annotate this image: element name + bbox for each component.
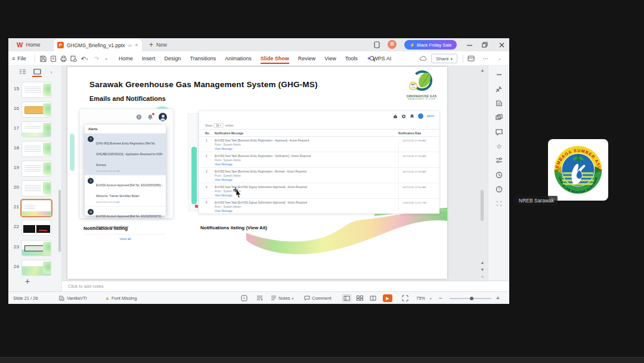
comment-toggle[interactable]: Comment <box>304 292 332 304</box>
table-row[interactable]: 1 EnVISS New Task [Business Entity Regis… <box>199 137 439 152</box>
normal-view-button[interactable] <box>342 294 351 302</box>
slide-thumbnail[interactable]: 24 <box>8 259 62 277</box>
reading-view-button[interactable] <box>370 292 376 304</box>
username: admin <box>427 115 434 118</box>
slide-thumbnail-selected[interactable]: 21 <box>8 199 62 217</box>
settings-sliders-icon[interactable] <box>495 156 503 165</box>
menu-review[interactable]: Review <box>298 56 316 61</box>
collapse-sidebar-icon[interactable] <box>495 70 503 79</box>
shapes-icon[interactable] <box>495 113 503 122</box>
view-message-link[interactable]: View Message <box>215 210 233 213</box>
menu-view[interactable]: View <box>324 56 336 61</box>
slide-thumbnail[interactable]: 19 <box>8 160 62 178</box>
redo-icon[interactable]: ↷ <box>92 51 101 66</box>
menu-insert[interactable]: Insert <box>142 56 156 61</box>
cloud-sync-icon[interactable] <box>419 51 428 66</box>
add-slide-button[interactable]: + <box>21 276 33 287</box>
new-tab-button[interactable]: + New <box>149 38 167 51</box>
theme-indicator[interactable]: R VanillaVTI <box>58 292 87 304</box>
slide-thumbnail[interactable]: 20 <box>8 180 62 198</box>
tab-chat-icon[interactable]: ▭ <box>128 43 132 48</box>
tab-home[interactable]: W Home <box>11 38 46 51</box>
editor-scrollbar[interactable] <box>481 190 484 221</box>
nreb-logo: LEMBAGA SUMBER ASLI DAN ALAM SEKITAR SAR… <box>548 139 608 201</box>
comment-panel-icon[interactable] <box>495 128 503 136</box>
menu-transitions[interactable]: Transitions <box>190 56 216 61</box>
table-row[interactable]: 2 EnVISS New Task [Business Entity Regis… <box>199 152 439 168</box>
tab-document[interactable]: P GHGMS_Briefing_v1.pptx ▭ ✳ <box>54 39 142 51</box>
slideshow-play-button[interactable]: ▶ <box>383 292 392 304</box>
slide-thumbnail[interactable]: 23 <box>8 239 62 257</box>
window-layout-icon[interactable] <box>373 41 380 48</box>
slide-nav-menu-icon[interactable]: ≡ <box>479 273 485 279</box>
previous-slide-icon[interactable]: ▲ <box>479 259 485 265</box>
thumbnail-scrollbar[interactable] <box>58 190 61 252</box>
alert-item[interactable]: T [GHG-MS] Business Entity Registration … <box>85 134 166 176</box>
view-message-link[interactable]: View Message <box>215 179 233 182</box>
help-icon[interactable]: ? <box>495 185 503 193</box>
save-icon[interactable] <box>38 51 48 66</box>
menu-animations[interactable]: Animations <box>225 56 252 61</box>
thumbnail-toggle-icon[interactable] <box>241 292 247 304</box>
zoom-level[interactable]: 75% <box>416 292 425 304</box>
notes-area[interactable]: Click to add notes <box>62 281 509 291</box>
tab-bar: W Home P GHGMS_Briefing_v1.pptx ▭ ✳ + Ne… <box>8 38 509 51</box>
alerts-dropdown: Alerts T [GHG-MS] Business Entity Regist… <box>85 125 166 216</box>
menu-design[interactable]: Design <box>165 56 181 61</box>
black-friday-sale-button[interactable]: ⚡ Black Friday Sale <box>404 40 457 50</box>
view-message-link[interactable]: View Message <box>215 163 233 166</box>
vanilla-tag-icon[interactable]: R <box>495 99 503 107</box>
slide-thumbnail[interactable]: 22 <box>8 219 62 237</box>
zoom-dropdown-icon[interactable]: ▾ <box>430 292 432 304</box>
next-slide-icon[interactable]: ▼ <box>479 266 485 272</box>
restore-button[interactable] <box>477 38 493 51</box>
slide-thumbnail[interactable]: 17 <box>8 121 62 139</box>
zoom-slider[interactable] <box>450 292 491 304</box>
style-tools-icon[interactable] <box>495 85 503 93</box>
view-message-link[interactable]: View Message <box>215 147 233 150</box>
account-avatar[interactable] <box>388 40 397 49</box>
share-button[interactable]: Share▾ <box>431 54 457 63</box>
star-resources-icon[interactable]: ☆ <box>495 142 503 150</box>
history-clock-icon[interactable] <box>495 171 503 179</box>
table-row[interactable]: 3 EnVISS New Task [Business Entity Regis… <box>199 168 439 183</box>
zoom-out-button[interactable]: − <box>439 292 442 304</box>
slide-sorter-button[interactable] <box>357 292 363 304</box>
minimize-button[interactable] <box>462 38 477 51</box>
undo-dropdown-icon[interactable]: ▾ <box>85 51 89 66</box>
slide-view-icon[interactable] <box>32 67 42 77</box>
slide-canvas[interactable]: Sarawak Greenhouse Gas Management System… <box>67 67 447 279</box>
more-options-icon[interactable]: ⋯ <box>481 51 490 66</box>
outline-view-icon[interactable] <box>18 67 27 77</box>
font-missing-warning[interactable]: ▲ Font Missing <box>105 292 137 304</box>
ribbon-panel-icon[interactable] <box>466 51 476 66</box>
alert-text: [GHG-MS] Business Entity Registration [R… <box>96 142 162 167</box>
notes-panel-icon[interactable] <box>256 292 263 304</box>
view-message-link[interactable]: View Message <box>215 194 233 197</box>
slide-thumbnail[interactable]: 18 <box>8 140 62 158</box>
table-row[interactable]: 5 EnVISS New Task [EnVISS Signup Submiss… <box>199 199 439 214</box>
print-icon[interactable] <box>58 51 68 66</box>
view-all-link[interactable]: View all <box>85 234 166 243</box>
menu-tools[interactable]: Tools <box>345 56 358 61</box>
zoom-slider-handle[interactable] <box>470 297 473 300</box>
export-pdf-icon[interactable] <box>48 51 58 66</box>
close-button[interactable] <box>494 38 509 51</box>
entries-select[interactable]: 10▾ <box>213 123 224 128</box>
search-icon[interactable] <box>367 51 377 66</box>
fit-slide-icon[interactable] <box>402 292 408 304</box>
scroll-up-icon[interactable]: ▲ <box>479 67 485 73</box>
print-preview-icon[interactable] <box>69 51 78 66</box>
notes-toggle[interactable]: Notes ▾ <box>271 292 293 304</box>
menu-home[interactable]: Home <box>119 56 133 61</box>
alert-item[interactable]: J EnVISS Account Approved [Ref No. ES/20… <box>85 176 166 207</box>
collapse-ribbon-icon[interactable]: ⌄ <box>495 51 504 66</box>
zoom-in-button[interactable]: + <box>496 292 500 304</box>
file-menu[interactable]: ≡ File <box>12 51 26 66</box>
toolbar-more-icon[interactable]: ▾ <box>101 51 111 66</box>
slide-thumbnail[interactable]: 15 <box>8 81 62 99</box>
collapse-panel-icon[interactable]: › <box>47 67 56 77</box>
menu-slide-show[interactable]: Slide Show <box>261 53 289 64</box>
apps-grid-icon[interactable] <box>495 199 503 208</box>
slide-thumbnail[interactable]: 16 <box>8 101 62 119</box>
